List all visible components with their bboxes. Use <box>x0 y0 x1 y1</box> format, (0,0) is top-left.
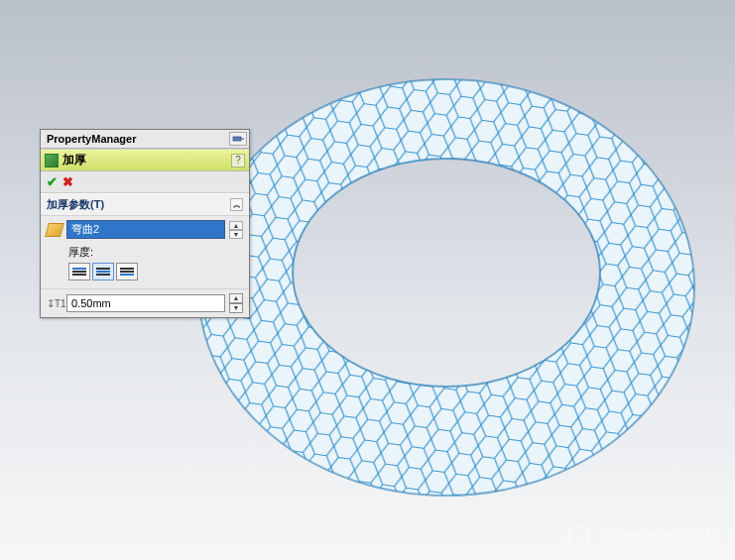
confirm-row: ✔ ✖ <box>41 171 249 193</box>
thicken-both-button[interactable] <box>92 263 114 280</box>
wechat-icon: ✦ <box>567 524 591 548</box>
feature-name: 加厚 <box>62 152 86 168</box>
thicken-side1-button[interactable] <box>68 263 90 280</box>
thickness-row: ↧T1 ▲ ▼ <box>41 288 249 317</box>
ok-button[interactable]: ✔ <box>47 174 58 189</box>
thickness-label: 厚度: <box>68 245 243 260</box>
feature-header: 加厚 ? <box>41 149 249 171</box>
help-button[interactable]: ? <box>231 154 245 168</box>
group-header-label: 加厚参数(T) <box>47 197 104 212</box>
selection-row: 弯曲2 ▲ ▼ <box>47 220 243 239</box>
selection-up-button[interactable]: ▲ <box>229 221 243 230</box>
selection-down-button[interactable]: ▼ <box>229 230 243 239</box>
svg-rect-7 <box>233 137 241 141</box>
watermark-text: SolidWorks研习社 <box>599 527 719 546</box>
pin-button[interactable] <box>229 132 247 146</box>
surface-body-icon <box>45 223 64 237</box>
group-body: 弯曲2 ▲ ▼ 厚度: <box>41 216 249 288</box>
cancel-button[interactable]: ✖ <box>62 174 73 189</box>
thickness-increment-button[interactable]: ▲ <box>229 293 243 303</box>
group-header[interactable]: 加厚参数(T) ︽ <box>41 193 249 216</box>
thickness-icon: ↧T1 <box>47 298 62 309</box>
property-manager-panel: PropertyManager 加厚 ? ✔ ✖ 加厚参数(T) ︽ 弯曲2 ▲… <box>40 129 250 318</box>
thickness-input[interactable] <box>66 294 225 312</box>
thicken-icon <box>45 154 59 168</box>
watermark: ✦ SolidWorks研习社 <box>567 524 719 548</box>
collapse-chevron-icon[interactable]: ︽ <box>230 198 243 211</box>
direction-row <box>68 263 243 280</box>
panel-title-text: PropertyManager <box>47 133 136 145</box>
panel-titlebar: PropertyManager <box>41 130 249 149</box>
thickness-decrement-button[interactable]: ▼ <box>229 303 243 313</box>
selection-input[interactable]: 弯曲2 <box>66 220 225 239</box>
thicken-side2-button[interactable] <box>116 263 138 280</box>
